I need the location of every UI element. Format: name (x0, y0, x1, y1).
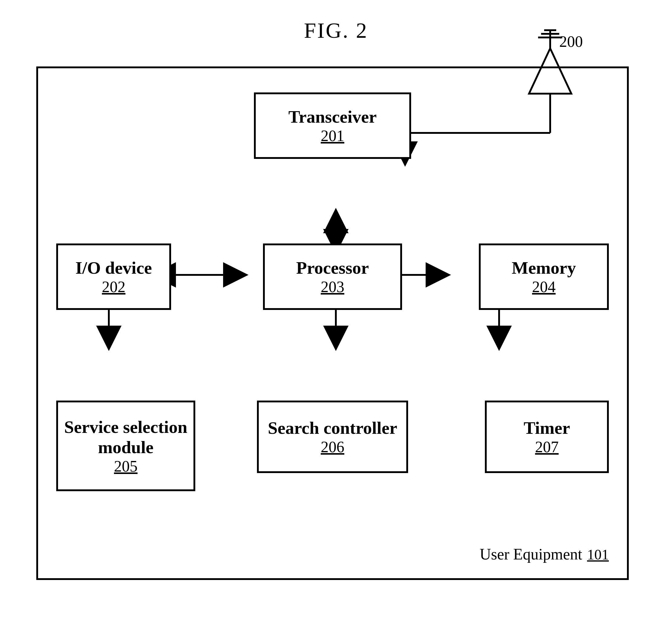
timer-title: Timer (524, 418, 570, 438)
memory-number: 204 (532, 278, 556, 296)
antenna-label: 200 (559, 33, 583, 50)
io-device-number: 202 (102, 278, 126, 296)
transceiver-box: Transceiver 201 (254, 93, 411, 159)
memory-box: Memory 204 (479, 244, 609, 310)
processor-box: Processor 203 (263, 244, 402, 310)
processor-number: 203 (321, 278, 344, 296)
search-controller-box: Search controller 206 (257, 401, 408, 473)
io-device-box: I/O device 202 (56, 244, 171, 310)
search-controller-title: Search controller (268, 418, 397, 438)
figure-title: FIG. 2 (304, 18, 368, 43)
io-device-title: I/O device (76, 258, 152, 278)
ue-label-text: User Equipment (480, 545, 582, 563)
service-selection-number: 205 (114, 457, 137, 475)
transceiver-title: Transceiver (289, 107, 377, 127)
search-controller-number: 206 (321, 438, 344, 456)
ue-label-container: User Equipment 101 (480, 545, 609, 563)
processor-title: Processor (296, 258, 369, 278)
service-selection-title-line1: Service selection (64, 417, 187, 437)
timer-number: 207 (535, 438, 559, 456)
memory-title: Memory (512, 258, 576, 278)
main-equipment-box: Transceiver 201 I/O device 202 Processor… (36, 66, 629, 580)
service-selection-box: Service selection module 205 (56, 401, 195, 491)
timer-box: Timer 207 (485, 401, 609, 473)
transceiver-number: 201 (321, 127, 344, 145)
service-selection-title-line2: module (98, 437, 153, 457)
ue-label-number: 101 (587, 546, 609, 563)
